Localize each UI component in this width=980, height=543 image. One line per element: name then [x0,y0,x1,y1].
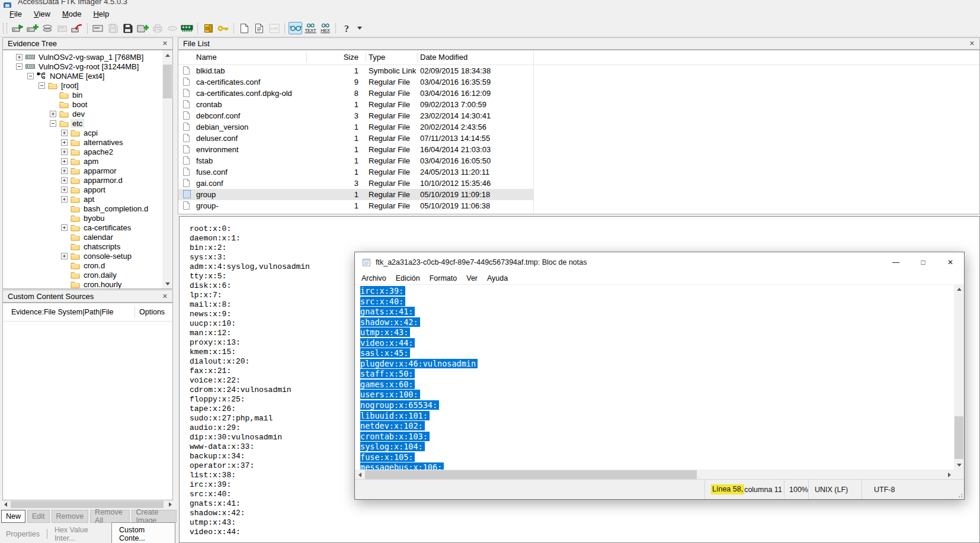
tree-item[interactable]: bash_completion.d [3,204,172,213]
minimize-icon[interactable]: — [882,252,909,272]
expander-icon[interactable] [61,177,68,184]
menu-item[interactable]: File [4,9,28,19]
notepad-menu-item[interactable]: Formato [425,274,462,282]
file-row[interactable]: fuse.conf 1 Regular File 24/05/2013 11:2… [178,166,979,178]
remove-evidence-item-icon[interactable] [70,22,84,34]
custom-content-button[interactable]: Remove All [90,510,129,523]
tree-item[interactable]: cron.daily [3,270,172,279]
tree-item[interactable]: acpi [3,128,172,137]
notepad-title-bar[interactable]: ftk_a2a31a23-c0cb-49cf-89e7-449c567394af… [355,252,964,272]
close-icon[interactable]: ✕ [162,40,168,47]
scrollbar-thumb[interactable] [11,501,164,508]
custom-content-button[interactable]: New [1,510,25,523]
tree-item[interactable]: byobu [3,213,172,223]
expander-icon[interactable] [61,139,68,146]
file-row[interactable]: blkid.tab 1 Symbolic Link 02/09/2015 18:… [178,65,979,76]
file-row[interactable]: ca-certificates.conf 9 Regular File 03/0… [178,76,979,88]
new-window-icon[interactable] [238,22,251,34]
auto-mode-icon[interactable] [289,22,302,34]
file-row[interactable]: crontab 1 Regular File 09/02/2013 7:00:5… [178,99,979,110]
close-icon[interactable]: ✕ [162,293,168,300]
export-disk-image-icon[interactable] [121,22,134,34]
tree-item[interactable]: dev [3,109,172,118]
help-icon[interactable]: ? [340,22,353,34]
notepad-menu-item[interactable]: Edición [391,274,425,282]
tab-custom-content[interactable]: Custom Conte... [111,522,175,543]
obtain-protected-files-icon[interactable] [201,22,215,34]
expander-icon[interactable] [50,120,56,127]
close-icon[interactable]: ✕ [969,40,975,47]
hex-mode-icon[interactable]: HEX [318,22,332,34]
column-divider[interactable] [366,53,366,62]
add-to-custom-content-image-icon[interactable] [136,22,149,34]
expander-icon[interactable] [61,187,68,193]
expander-icon[interactable] [61,158,68,165]
file-row[interactable]: debian_version 1 Regular File 20/02/2014… [178,121,979,133]
menu-item[interactable]: Mode [56,9,88,19]
column-divider[interactable] [306,53,307,62]
scroll-left-icon[interactable] [355,470,364,480]
scrollbar-thumb[interactable] [365,470,697,479]
tree-item[interactable]: apparmor [3,166,172,175]
expander-icon[interactable] [61,224,68,231]
scroll-right-icon[interactable] [944,470,954,480]
tree-item[interactable]: calendar [3,232,172,242]
scroll-down-icon[interactable] [162,279,172,288]
file-row[interactable]: debconf.conf 3 Regular File 23/02/2014 1… [178,110,979,121]
source-column-header[interactable]: Evidence:File System|Path|File [3,308,114,316]
tree-item[interactable]: ca-certificates [3,223,172,232]
tree-item[interactable]: apt [3,194,172,204]
expander-icon[interactable] [61,168,68,174]
expander-icon[interactable] [16,54,23,60]
file-row[interactable]: gai.conf 3 Regular File 10/10/2012 15:35… [178,178,979,189]
menu-item[interactable]: View [28,9,56,19]
scrollbar-thumb[interactable] [163,65,172,98]
tree-item[interactable]: chatscripts [3,242,172,251]
tree-item[interactable]: alternatives [3,137,172,147]
expander-icon[interactable] [61,130,68,136]
notepad-menu-item[interactable]: Ayuda [482,274,513,282]
notepad-text-area[interactable]: irc:x:39:src:x:40:gnats:x:41:shadow:x:42… [355,284,954,470]
custom-content-button[interactable]: Create Image [132,510,177,523]
tree-item[interactable]: boot [3,99,172,109]
expander-icon[interactable] [61,149,68,155]
expander-icon[interactable] [61,196,68,203]
capture-memory-icon[interactable] [180,22,194,34]
tree-item[interactable]: apache2 [3,147,172,156]
column-size[interactable]: Size [310,53,358,62]
expander-icon[interactable] [39,82,45,89]
tree-item[interactable]: NONAME [ext4] [3,71,172,81]
expander-icon[interactable] [61,253,68,259]
column-name[interactable]: Name [196,53,217,62]
image-mounting-icon[interactable] [40,22,54,34]
tree-item[interactable]: VulnOSv2-vg-root [31244MB] [3,62,172,71]
column-divider[interactable] [134,306,135,318]
tree-item[interactable]: etc [3,118,172,128]
add-all-attached-devices-icon[interactable] [25,22,39,34]
custom-content-button[interactable]: Remove [52,510,89,523]
tree-item[interactable]: apm [3,156,172,166]
text-mode-icon[interactable]: TEXT [303,22,317,34]
tree-item[interactable]: apparmor.d [3,175,172,185]
tree-item[interactable]: VulnOSv2-vg-swap_1 [768MB] [3,52,172,62]
expander-icon[interactable] [50,111,56,117]
column-divider[interactable] [417,53,418,62]
tab-hex-value-interpreter[interactable]: Hex Value Inter... [49,523,111,543]
tree-item[interactable]: cron.hourly [3,279,172,289]
file-row[interactable]: fstab 1 Regular File 03/04/2016 16:05:50 [178,155,979,166]
scroll-down-icon[interactable] [954,460,964,470]
notepad-menu-item[interactable]: Archivo [357,274,391,282]
view-properties-icon[interactable] [252,22,266,34]
resize-grip-icon[interactable] [957,492,962,497]
column-type[interactable]: Type [369,53,385,62]
tree-item[interactable]: apport [3,185,172,194]
file-row[interactable]: deluser.conf 1 Regular File 07/11/2013 1… [178,133,979,144]
tree-item[interactable]: cron.d [3,261,172,270]
expander-icon[interactable] [27,73,34,79]
maximize-icon[interactable]: □ [909,252,937,272]
scroll-up-icon[interactable] [954,284,964,294]
tree-item[interactable]: console-setup [3,251,172,261]
close-icon[interactable]: ✕ [937,252,964,272]
custom-content-button[interactable]: Edit [27,510,50,523]
file-row[interactable]: ca-certificates.conf.dpkg-old 8 Regular … [178,88,979,99]
